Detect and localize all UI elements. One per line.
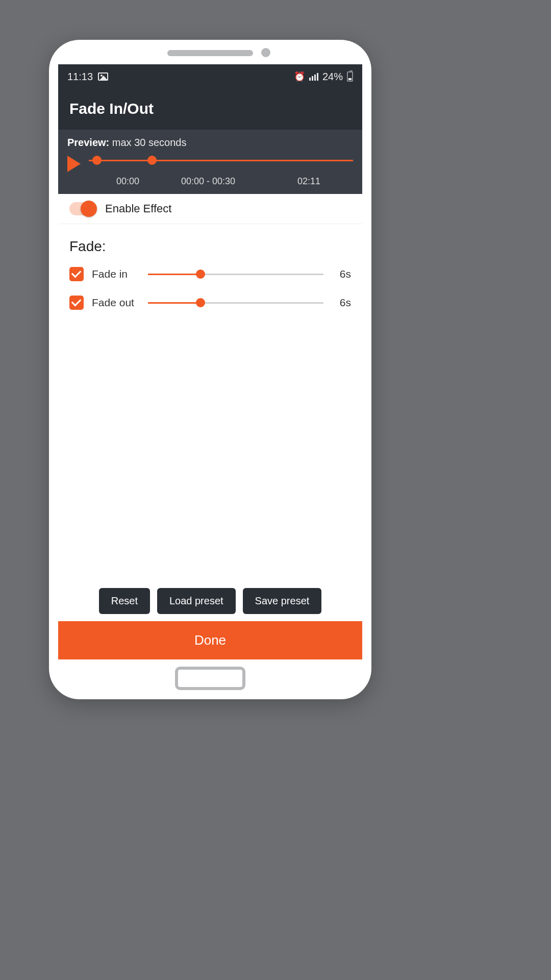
fade-heading: Fade: [69, 238, 351, 255]
play-button[interactable] [67, 156, 81, 172]
enable-effect-label: Enable Effect [105, 202, 171, 215]
fade-in-value: 6s [332, 268, 351, 280]
load-preset-button[interactable]: Load preset [157, 588, 236, 614]
fade-in-row: Fade in 6s [69, 267, 351, 281]
preview-section: Preview: max 30 seconds 00:00 00:00 - 00… [58, 130, 362, 194]
slider-fill [148, 302, 201, 304]
fade-section: Fade: Fade in 6s Fade out [58, 224, 362, 329]
page-title: Fade In/Out [69, 100, 351, 117]
preset-button-row: Reset Load preset Save preset [58, 582, 362, 621]
alarm-icon: ⏰ [294, 71, 305, 82]
timeline-time-start: 00:00 [116, 176, 139, 187]
enable-effect-toggle[interactable] [69, 202, 96, 215]
phone-speaker [167, 50, 253, 56]
slider-fill [148, 274, 201, 275]
fade-out-value: 6s [332, 297, 351, 309]
fade-in-label: Fade in [92, 268, 140, 280]
preview-label-text: max 30 seconds [112, 137, 187, 148]
timeline-labels: 00:00 00:00 - 00:30 02:11 [67, 176, 353, 187]
slider-thumb[interactable] [196, 298, 205, 307]
phone-frame: 11:13 ⏰ 24% Fade In/Out Preview: max 30 … [49, 40, 371, 699]
status-bar: 11:13 ⏰ 24% [58, 64, 362, 89]
phone-home-button[interactable] [175, 667, 245, 690]
save-preset-button[interactable]: Save preset [243, 588, 322, 614]
phone-camera [261, 48, 270, 57]
fade-out-label: Fade out [92, 297, 140, 309]
signal-icon [309, 73, 318, 81]
preview-timeline[interactable] [89, 154, 353, 174]
enable-effect-row: Enable Effect [58, 194, 362, 224]
status-battery-text: 24% [322, 71, 343, 83]
app-header: Fade In/Out [58, 89, 362, 130]
toggle-knob [81, 201, 97, 217]
fade-in-slider[interactable] [148, 269, 323, 279]
preview-label-pref出violent: Preview: [67, 137, 109, 148]
fade-in-checkbox[interactable] [69, 267, 84, 281]
reset-button[interactable]: Reset [99, 588, 150, 614]
status-time: 11:13 [67, 71, 93, 83]
timeline-handle-start[interactable] [92, 156, 102, 165]
image-icon [98, 72, 108, 81]
preview-label: Preview: max 30 seconds [67, 137, 353, 149]
fade-out-checkbox[interactable] [69, 296, 84, 310]
spacer [58, 329, 362, 582]
fade-out-slider[interactable] [148, 298, 323, 308]
timeline-time-range: 00:00 - 00:30 [181, 176, 235, 187]
done-button[interactable]: Done [58, 621, 362, 659]
slider-thumb[interactable] [196, 270, 205, 279]
screen: 11:13 ⏰ 24% Fade In/Out Preview: max 30 … [58, 64, 362, 659]
timeline-time-end: 02:11 [297, 176, 320, 187]
timeline-handle-end[interactable] [147, 156, 157, 165]
fade-out-row: Fade out 6s [69, 296, 351, 310]
timeline-track [89, 160, 353, 161]
battery-icon [347, 71, 353, 82]
